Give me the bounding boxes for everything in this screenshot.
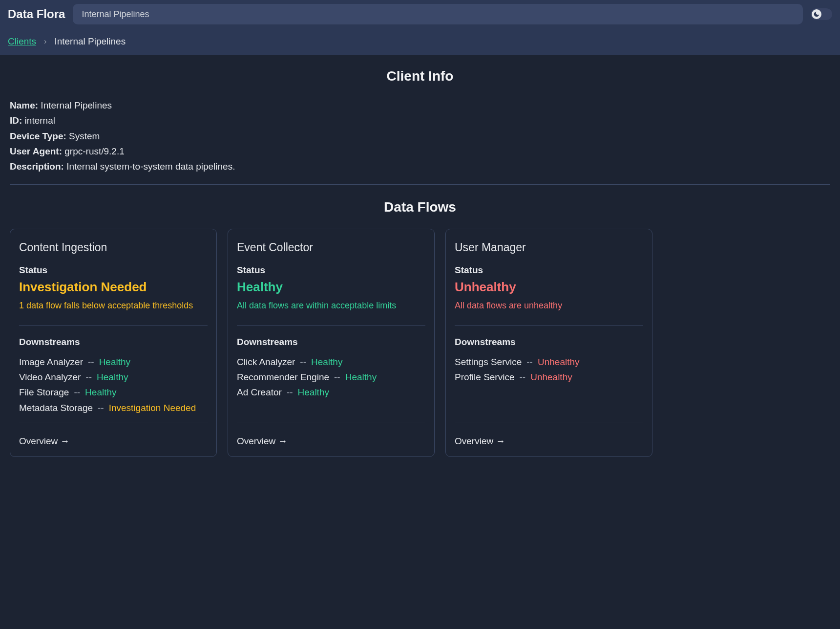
downstream-sep: -- (74, 385, 80, 400)
card-divider (455, 422, 643, 422)
downstream-status: Healthy (311, 354, 342, 369)
downstream-sep: -- (334, 369, 340, 385)
value-name: Internal Pipelines (41, 100, 112, 110)
downstream-row: Profile Service--Unhealthy (455, 369, 643, 385)
status-label: Status (19, 265, 208, 276)
downstream-status: Unhealthy (538, 354, 580, 369)
client-info-row-user-agent: User Agent: grpc-rust/9.2.1 (10, 144, 830, 159)
client-info-row-id: ID: internal (10, 113, 830, 128)
card-title: User Manager (455, 241, 643, 254)
downstream-sep: -- (520, 369, 526, 385)
value-description: Internal system-to-system data pipelines… (66, 161, 235, 172)
downstream-name: Profile Service (455, 369, 515, 385)
status-label: Status (237, 265, 425, 276)
downstream-status: Healthy (345, 369, 377, 385)
data-flow-cards: Content IngestionStatusInvestigation Nee… (10, 229, 830, 457)
downstream-status: Healthy (85, 385, 116, 400)
card-divider (455, 325, 643, 326)
downstream-name: Image Analyzer (19, 354, 83, 369)
card-divider (237, 422, 425, 422)
downstream-row: Ad Creator--Healthy (237, 385, 425, 400)
value-id: internal (25, 115, 55, 126)
client-info-row-description: Description: Internal system-to-system d… (10, 159, 830, 174)
downstream-name: Recommender Engine (237, 369, 329, 385)
main-content: Client Info Name: Internal Pipelines ID:… (0, 55, 840, 471)
downstreams-label: Downstreams (455, 337, 643, 347)
card-divider (19, 325, 208, 326)
downstream-row: Image Analyzer--Healthy (19, 354, 208, 369)
theme-toggle[interactable] (811, 8, 832, 20)
status-note: All data flows are within acceptable lim… (237, 301, 425, 311)
breadcrumb: Clients › Internal Pipelines (0, 28, 840, 55)
downstream-row: Settings Service--Unhealthy (455, 354, 643, 369)
card-divider (19, 422, 208, 422)
data-flow-card: User ManagerStatusUnhealthyAll data flow… (445, 229, 652, 457)
downstream-sep: -- (526, 354, 533, 369)
downstream-row: Click Analyzer--Healthy (237, 354, 425, 369)
card-title: Content Ingestion (19, 241, 208, 254)
downstream-sep: -- (88, 354, 94, 369)
status-value: Unhealthy (455, 280, 643, 295)
downstream-sep: -- (300, 354, 306, 369)
downstream-name: File Storage (19, 385, 69, 400)
app-header: Data Flora (0, 0, 840, 28)
label-description: Description: (10, 161, 64, 172)
chevron-right-icon: › (44, 37, 46, 46)
downstream-name: Video Analyzer (19, 369, 81, 385)
data-flow-card: Content IngestionStatusInvestigation Nee… (10, 229, 217, 457)
downstreams-label: Downstreams (19, 337, 208, 347)
client-info-list: Name: Internal Pipelines ID: internal De… (10, 98, 830, 174)
search-wrap[interactable] (73, 4, 803, 24)
downstream-status: Healthy (97, 369, 128, 385)
overview-link[interactable]: Overview → (455, 436, 643, 447)
client-info-heading: Client Info (10, 68, 830, 84)
section-divider (10, 184, 830, 185)
value-device-type: System (69, 131, 100, 141)
value-user-agent: grpc-rust/9.2.1 (64, 146, 125, 156)
downstream-name: Settings Service (455, 354, 522, 369)
downstream-sep: -- (287, 385, 293, 400)
downstream-row: Video Analyzer--Healthy (19, 369, 208, 385)
card-divider (237, 325, 425, 326)
moon-icon (812, 9, 821, 19)
client-info-row-name: Name: Internal Pipelines (10, 98, 830, 113)
breadcrumb-current: Internal Pipelines (54, 36, 126, 47)
status-value: Investigation Needed (19, 280, 208, 295)
downstream-status: Healthy (99, 354, 130, 369)
overview-link[interactable]: Overview → (19, 436, 208, 447)
breadcrumb-clients-link[interactable]: Clients (8, 36, 36, 47)
downstream-name: Ad Creator (237, 385, 282, 400)
status-note: All data flows are unhealthy (455, 301, 643, 311)
status-note: 1 data flow falls below acceptable thres… (19, 301, 208, 311)
downstreams-label: Downstreams (237, 337, 425, 347)
downstream-row: File Storage--Healthy (19, 385, 208, 400)
downstream-name: Metadata Storage (19, 400, 93, 415)
label-device-type: Device Type: (10, 131, 66, 141)
downstream-name: Click Analyzer (237, 354, 295, 369)
downstream-row: Recommender Engine--Healthy (237, 369, 425, 385)
overview-link[interactable]: Overview → (237, 436, 425, 447)
status-label: Status (455, 265, 643, 276)
downstream-status: Investigation Needed (109, 400, 196, 415)
app-title: Data Flora (8, 7, 65, 21)
data-flow-card: Event CollectorStatusHealthyAll data flo… (228, 229, 435, 457)
downstream-sep: -- (98, 400, 104, 415)
downstream-list: Settings Service--UnhealthyProfile Servi… (455, 354, 643, 418)
downstream-sep: -- (85, 369, 92, 385)
downstream-list: Image Analyzer--HealthyVideo Analyzer--H… (19, 354, 208, 418)
downstream-status: Healthy (298, 385, 329, 400)
downstream-row: Metadata Storage--Investigation Needed (19, 400, 208, 415)
downstream-status: Unhealthy (530, 369, 572, 385)
search-input[interactable] (82, 9, 794, 20)
card-title: Event Collector (237, 241, 425, 254)
status-value: Healthy (237, 280, 425, 295)
client-info-row-device-type: Device Type: System (10, 129, 830, 144)
downstream-list: Click Analyzer--HealthyRecommender Engin… (237, 354, 425, 418)
data-flows-heading: Data Flows (10, 199, 830, 215)
label-user-agent: User Agent: (10, 146, 62, 156)
label-name: Name: (10, 100, 38, 110)
label-id: ID: (10, 115, 22, 126)
